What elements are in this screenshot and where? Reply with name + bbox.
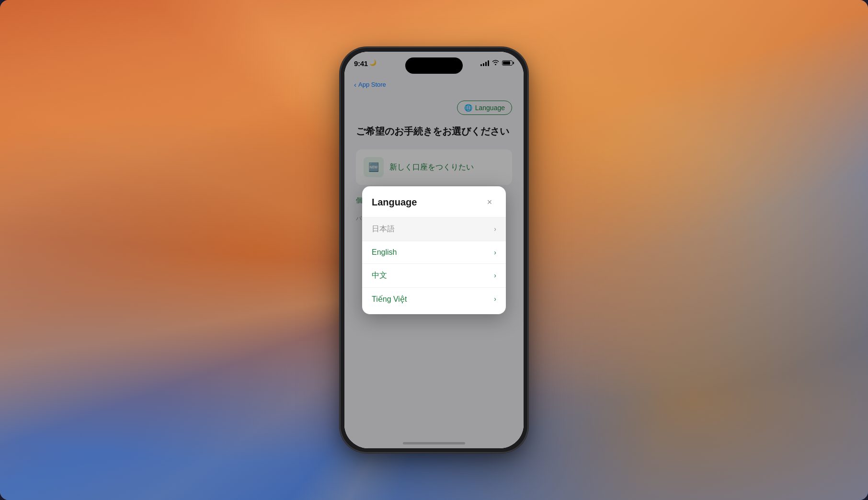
modal-title: Language (372, 197, 417, 208)
language-item-chinese[interactable]: 中文 › (362, 263, 506, 287)
language-item-text: English (372, 248, 397, 257)
language-modal: Language × 日本語 › English › 中文 (362, 186, 506, 314)
chevron-right-icon: › (494, 295, 496, 303)
phone-screen: 9:41 🌙 (344, 52, 524, 448)
language-item-text: 中文 (372, 271, 387, 281)
phone-device: 9:41 🌙 (341, 48, 527, 452)
language-item-vietnamese[interactable]: Tiếng Việt › (362, 287, 506, 310)
modal-close-button[interactable]: × (483, 196, 496, 209)
language-list: 日本語 › English › 中文 › Tiếng Việt (362, 217, 506, 310)
language-item-text: Tiếng Việt (372, 295, 407, 304)
modal-header: Language × (362, 196, 506, 217)
chevron-right-icon: › (494, 272, 496, 279)
language-item-text: 日本語 (372, 224, 395, 234)
chevron-right-icon: › (494, 225, 496, 233)
language-item-japanese[interactable]: 日本語 › (362, 217, 506, 241)
chevron-right-icon: › (494, 249, 496, 256)
background-wrapper: 9:41 🌙 (0, 0, 868, 500)
language-item-english[interactable]: English › (362, 241, 506, 263)
modal-overlay[interactable]: Language × 日本語 › English › 中文 (344, 52, 524, 448)
